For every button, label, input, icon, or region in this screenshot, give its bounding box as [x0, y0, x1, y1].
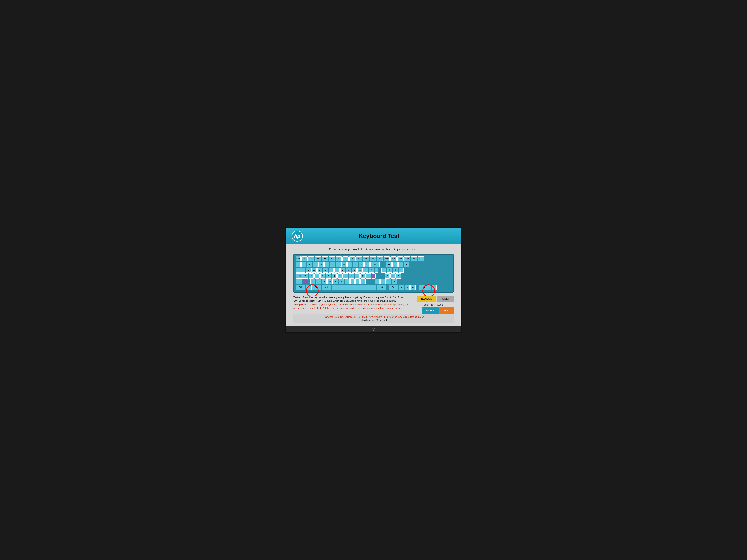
key-alt-left[interactable]: Alt [321, 285, 331, 290]
key-num6[interactable]: 6 [396, 273, 401, 278]
key-3[interactable]: 3 [313, 262, 318, 267]
key-x[interactable]: c [316, 279, 321, 284]
key-s[interactable]: s [314, 273, 319, 278]
key-2[interactable]: 2 [307, 262, 312, 267]
key-n[interactable]: m [339, 279, 344, 284]
key-h[interactable]: h [337, 273, 342, 278]
reset-button[interactable]: RESET [437, 296, 454, 302]
key-enter-top[interactable] [375, 268, 378, 273]
key-numdot[interactable]: · [432, 285, 437, 290]
key-g[interactable]: g [332, 273, 337, 278]
key-comma[interactable] [350, 279, 355, 284]
key-0[interactable]: 0 [353, 262, 358, 267]
key-num3[interactable]: 3 [386, 279, 391, 284]
key-f2[interactable]: f2 [308, 257, 314, 261]
key-ctrl-right[interactable]: Ctrl [389, 285, 398, 290]
key-p[interactable]: p [357, 268, 363, 273]
key-backspace[interactable]: ← [370, 262, 380, 267]
key-r[interactable]: r [323, 268, 328, 273]
key-c[interactable]: v [321, 279, 327, 284]
key-fn[interactable]: fn [306, 285, 311, 290]
key-6[interactable]: 6 [330, 262, 335, 267]
key-ctrl-left[interactable]: Ctrl [295, 285, 305, 290]
key-plus[interactable]: + [359, 262, 364, 267]
key-f10[interactable]: f10 [363, 257, 369, 261]
key-insert[interactable]: insrt [384, 257, 390, 261]
key-f12[interactable]: f12 [377, 257, 383, 261]
key-angle[interactable]: < [303, 279, 308, 284]
key-home[interactable]: hme [397, 257, 404, 261]
key-f6[interactable]: f6 [336, 257, 342, 261]
key-l[interactable]: l [355, 273, 360, 278]
key-num9[interactable]: 9 [393, 268, 398, 273]
key-num5[interactable]: 5 [390, 273, 395, 278]
key-f9[interactable]: f9 [356, 257, 362, 261]
key-tab[interactable]: → [295, 268, 305, 273]
key-shift-right[interactable]: - [360, 279, 365, 284]
key-arrow-up[interactable]: ▲ [405, 285, 410, 290]
finish-button[interactable]: FINISH [422, 307, 439, 314]
key-m[interactable]: , [344, 279, 350, 284]
key-o[interactable]: o [352, 268, 357, 273]
key-alt-right[interactable]: Alt [377, 285, 386, 290]
key-arrow-left[interactable]: ◄ [399, 285, 404, 290]
skip-button[interactable]: SKIP [439, 307, 454, 314]
key-v[interactable]: b [327, 279, 333, 284]
key-numlock[interactable]: num [386, 262, 392, 267]
key-8[interactable]: 8 [341, 262, 346, 267]
key-f5[interactable]: f5 [329, 257, 335, 261]
key-a[interactable]: a [309, 273, 314, 278]
key-k[interactable]: k [349, 273, 354, 278]
key-excl[interactable]: ! [295, 262, 301, 267]
key-numenter[interactable]: ↵ [392, 279, 397, 284]
key-num1[interactable]: 1 [375, 279, 380, 284]
key-f3[interactable]: f3 [315, 257, 321, 261]
key-numplus[interactable]: + [398, 268, 404, 273]
key-lbracket[interactable] [363, 268, 368, 273]
key-delete[interactable]: del [390, 257, 397, 261]
key-num2[interactable]: 2 [380, 279, 386, 284]
key-u[interactable]: u [340, 268, 345, 273]
key-4[interactable]: 4 [318, 262, 324, 267]
key-shift-left[interactable] [295, 279, 302, 284]
key-f7[interactable]: f7 [342, 257, 349, 261]
key-num7[interactable]: 7 [381, 268, 386, 273]
key-num4[interactable]: 4 [385, 273, 390, 278]
key-end[interactable]: end [404, 257, 410, 261]
key-f11[interactable]: f11 [370, 257, 376, 261]
key-hash[interactable] [372, 273, 376, 278]
key-arrow-right[interactable]: ► [410, 285, 416, 290]
key-special-e[interactable]: Ξ [366, 273, 371, 278]
key-win[interactable]: Win [311, 285, 321, 290]
key-period[interactable] [355, 279, 360, 284]
key-9[interactable]: 9 [347, 262, 352, 267]
key-backslash[interactable]: \ [364, 262, 369, 267]
key-num8[interactable]: 8 [387, 268, 392, 273]
key-pgup[interactable]: pg↑ [411, 257, 417, 261]
key-7[interactable]: 7 [336, 262, 341, 267]
key-f8[interactable]: f8 [349, 257, 356, 261]
key-f4[interactable]: f4 [322, 257, 328, 261]
key-capslock[interactable]: Cap lock [295, 273, 308, 278]
key-q[interactable]: q [306, 268, 311, 273]
key-t[interactable]: t [329, 268, 334, 273]
key-esc[interactable]: Esc [295, 256, 301, 261]
key-f1[interactable]: f1 [301, 257, 308, 261]
key-z[interactable]: x [310, 279, 315, 284]
key-w[interactable]: w [311, 268, 317, 273]
key-d[interactable]: d [320, 273, 325, 278]
key-nummul[interactable]: · [398, 262, 403, 267]
key-b[interactable]: n [333, 279, 338, 284]
key-j[interactable]: j [343, 273, 348, 278]
key-5[interactable]: 5 [324, 262, 329, 267]
key-space[interactable] [332, 285, 376, 290]
key-e[interactable]: e [317, 268, 323, 273]
key-1[interactable]: 1 [301, 262, 306, 267]
key-i[interactable]: i [346, 268, 351, 273]
key-rbracket[interactable]: " [369, 268, 374, 273]
key-pgdn[interactable]: pg↓ [418, 257, 424, 261]
key-oslash[interactable]: Ø [360, 273, 365, 278]
key-f[interactable]: f [326, 273, 331, 278]
key-numminus[interactable]: - [404, 262, 409, 267]
key-y[interactable]: y [334, 268, 340, 273]
